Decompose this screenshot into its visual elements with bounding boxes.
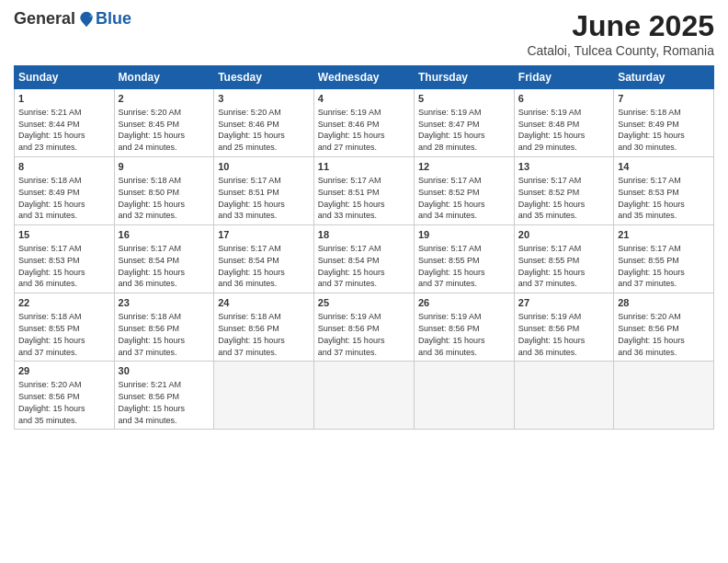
day-number: 8 [18,160,110,174]
day-number: 22 [18,296,110,310]
day-number: 28 [618,296,710,310]
day-info: Sunrise: 5:17 AMSunset: 8:53 PMDaylight:… [18,244,85,288]
day-info: Sunrise: 5:17 AMSunset: 8:53 PMDaylight:… [618,176,685,220]
calendar: Sunday Monday Tuesday Wednesday Thursday… [14,65,714,430]
table-row: 12Sunrise: 5:17 AMSunset: 8:52 PMDayligh… [414,157,514,225]
table-row: 16Sunrise: 5:17 AMSunset: 8:54 PMDayligh… [114,225,214,293]
subtitle: Cataloi, Tulcea County, Romania [527,43,714,58]
day-number: 11 [318,160,410,174]
day-number: 9 [119,160,210,174]
day-info: Sunrise: 5:21 AMSunset: 8:56 PMDaylight:… [119,380,186,424]
col-friday: Friday [514,66,613,89]
day-info: Sunrise: 5:18 AMSunset: 8:55 PMDaylight:… [18,312,85,356]
col-thursday: Thursday [414,66,514,89]
day-number: 14 [618,160,710,174]
day-info: Sunrise: 5:17 AMSunset: 8:51 PMDaylight:… [218,176,285,220]
table-row: 19Sunrise: 5:17 AMSunset: 8:55 PMDayligh… [414,225,514,293]
day-number: 7 [618,92,710,106]
day-info: Sunrise: 5:19 AMSunset: 8:56 PMDaylight:… [318,312,385,356]
day-info: Sunrise: 5:21 AMSunset: 8:44 PMDaylight:… [18,108,85,152]
day-number: 16 [119,228,210,242]
calendar-week-4: 22Sunrise: 5:18 AMSunset: 8:55 PMDayligh… [15,293,714,362]
table-row: 9Sunrise: 5:18 AMSunset: 8:50 PMDaylight… [114,157,214,225]
day-info: Sunrise: 5:20 AMSunset: 8:56 PMDaylight:… [18,380,85,424]
day-info: Sunrise: 5:18 AMSunset: 8:49 PMDaylight:… [618,108,685,152]
day-info: Sunrise: 5:17 AMSunset: 8:55 PMDaylight:… [418,244,485,288]
table-row: 27Sunrise: 5:19 AMSunset: 8:56 PMDayligh… [514,293,613,362]
day-info: Sunrise: 5:20 AMSunset: 8:46 PMDaylight:… [218,108,285,152]
day-info: Sunrise: 5:19 AMSunset: 8:56 PMDaylight:… [518,312,586,356]
day-info: Sunrise: 5:17 AMSunset: 8:51 PMDaylight:… [318,176,385,220]
day-info: Sunrise: 5:17 AMSunset: 8:55 PMDaylight:… [518,244,586,288]
logo-general: General [14,9,75,29]
day-info: Sunrise: 5:19 AMSunset: 8:56 PMDaylight:… [418,312,485,356]
day-info: Sunrise: 5:19 AMSunset: 8:46 PMDaylight:… [318,108,385,152]
table-row: 24Sunrise: 5:18 AMSunset: 8:56 PMDayligh… [214,293,314,362]
table-row: 30Sunrise: 5:21 AMSunset: 8:56 PMDayligh… [114,362,214,430]
table-row: 20Sunrise: 5:17 AMSunset: 8:55 PMDayligh… [514,225,613,293]
table-row: 4Sunrise: 5:19 AMSunset: 8:46 PMDaylight… [313,89,414,157]
day-number: 23 [119,296,210,310]
table-row: 29Sunrise: 5:20 AMSunset: 8:56 PMDayligh… [15,362,115,430]
col-monday: Monday [114,66,214,89]
table-row: 26Sunrise: 5:19 AMSunset: 8:56 PMDayligh… [414,293,514,362]
col-saturday: Saturday [614,66,714,89]
day-number: 20 [518,228,609,242]
table-row: 11Sunrise: 5:17 AMSunset: 8:51 PMDayligh… [313,157,414,225]
day-number: 1 [18,92,110,106]
col-sunday: Sunday [15,66,115,89]
day-number: 13 [518,160,609,174]
day-info: Sunrise: 5:18 AMSunset: 8:56 PMDaylight:… [119,312,186,356]
day-number: 19 [418,228,510,242]
day-info: Sunrise: 5:17 AMSunset: 8:52 PMDaylight:… [418,176,485,220]
day-number: 26 [418,296,510,310]
title-block: June 2025 Cataloi, Tulcea County, Romani… [527,9,714,58]
day-number: 21 [618,228,710,242]
table-row: 13Sunrise: 5:17 AMSunset: 8:52 PMDayligh… [514,157,613,225]
day-number: 30 [119,364,210,378]
table-row: 7Sunrise: 5:18 AMSunset: 8:49 PMDaylight… [614,89,714,157]
calendar-week-5: 29Sunrise: 5:20 AMSunset: 8:56 PMDayligh… [15,362,714,430]
day-number: 5 [418,92,510,106]
logo-blue: Blue [96,9,131,29]
calendar-week-2: 8Sunrise: 5:18 AMSunset: 8:49 PMDaylight… [15,157,714,225]
table-row: 18Sunrise: 5:17 AMSunset: 8:54 PMDayligh… [313,225,414,293]
table-row: 3Sunrise: 5:20 AMSunset: 8:46 PMDaylight… [214,89,314,157]
col-wednesday: Wednesday [313,66,414,89]
header: General Blue June 2025 Cataloi, Tulcea C… [14,9,714,58]
table-row: 15Sunrise: 5:17 AMSunset: 8:53 PMDayligh… [15,225,115,293]
table-row: 14Sunrise: 5:17 AMSunset: 8:53 PMDayligh… [614,157,714,225]
table-row [514,362,613,430]
day-number: 29 [18,364,110,378]
day-number: 2 [119,92,210,106]
day-info: Sunrise: 5:17 AMSunset: 8:54 PMDaylight:… [119,244,186,288]
day-info: Sunrise: 5:19 AMSunset: 8:47 PMDaylight:… [418,108,485,152]
table-row: 1Sunrise: 5:21 AMSunset: 8:44 PMDaylight… [15,89,115,157]
table-row: 22Sunrise: 5:18 AMSunset: 8:55 PMDayligh… [15,293,115,362]
table-row: 17Sunrise: 5:17 AMSunset: 8:54 PMDayligh… [214,225,314,293]
table-row: 8Sunrise: 5:18 AMSunset: 8:49 PMDaylight… [15,157,115,225]
day-number: 17 [218,228,310,242]
table-row: 5Sunrise: 5:19 AMSunset: 8:47 PMDaylight… [414,89,514,157]
day-info: Sunrise: 5:20 AMSunset: 8:56 PMDaylight:… [618,312,685,356]
day-number: 15 [18,228,110,242]
day-number: 6 [518,92,609,106]
table-row [614,362,714,430]
day-info: Sunrise: 5:18 AMSunset: 8:56 PMDaylight:… [218,312,285,356]
day-number: 12 [418,160,510,174]
day-number: 18 [318,228,410,242]
table-row [414,362,514,430]
logo-text: General Blue [14,9,131,29]
day-info: Sunrise: 5:18 AMSunset: 8:49 PMDaylight:… [18,176,85,220]
main-title: June 2025 [527,9,714,43]
table-row: 2Sunrise: 5:20 AMSunset: 8:45 PMDaylight… [114,89,214,157]
day-number: 25 [318,296,410,310]
day-info: Sunrise: 5:17 AMSunset: 8:52 PMDaylight:… [518,176,586,220]
day-info: Sunrise: 5:17 AMSunset: 8:54 PMDaylight:… [318,244,385,288]
day-info: Sunrise: 5:18 AMSunset: 8:50 PMDaylight:… [119,176,186,220]
day-number: 4 [318,92,410,106]
day-info: Sunrise: 5:17 AMSunset: 8:54 PMDaylight:… [218,244,285,288]
day-info: Sunrise: 5:20 AMSunset: 8:45 PMDaylight:… [119,108,186,152]
table-row: 6Sunrise: 5:19 AMSunset: 8:48 PMDaylight… [514,89,613,157]
day-info: Sunrise: 5:19 AMSunset: 8:48 PMDaylight:… [518,108,586,152]
